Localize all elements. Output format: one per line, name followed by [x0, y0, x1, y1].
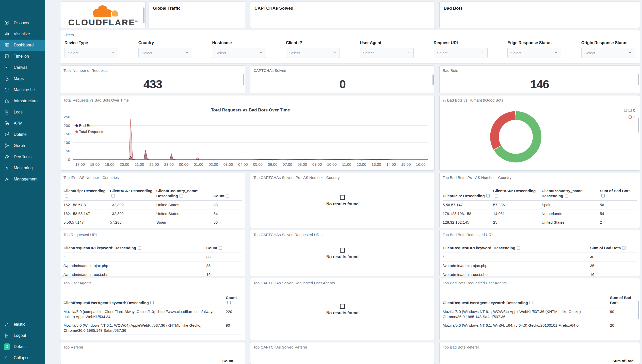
- sidebar-item-maps[interactable]: Maps: [0, 73, 45, 84]
- no-results-icon: [340, 304, 345, 309]
- column-header-label: ClientRequestURI.keyword: Descending: [63, 246, 136, 250]
- panel-scrollbar[interactable]: [638, 118, 639, 133]
- clipped-count-header[interactable]: Count: [222, 359, 233, 363]
- column-header[interactable]: ClientRequestURI.keyword: Descending: [443, 244, 590, 253]
- svg-text:200: 200: [64, 123, 70, 128]
- legend-swatch-0[interactable]: [629, 109, 632, 112]
- column-header[interactable]: ClientIP.ip: Descending: [63, 187, 110, 201]
- sidebar-item-visualize[interactable]: Visualize: [0, 28, 45, 40]
- panel-scrollbar[interactable]: [638, 301, 639, 319]
- filter-placeholder: Select...: [215, 51, 229, 55]
- sidebar-item-machine-le[interactable]: Machine Le...: [0, 84, 45, 95]
- svg-text:16:00: 16:00: [416, 162, 426, 167]
- svg-text:01:00: 01:00: [194, 162, 203, 167]
- filter-select-request-uri[interactable]: Select...: [434, 48, 488, 58]
- column-header[interactable]: ClientRequestURI.keyword: Descending: [63, 244, 206, 253]
- graph-icon: [4, 143, 10, 149]
- column-header[interactable]: ClientRequestUserAgent.keyword: Descendi…: [63, 294, 226, 307]
- filter-select-origin-response-status[interactable]: Select...: [581, 48, 635, 58]
- column-header[interactable]: ClientIP.ip: Descending: [443, 187, 493, 201]
- no-results-message: No results found: [250, 304, 435, 315]
- panel-top-requested-uri-table: Top Requested URIClientRequestURI.keywor…: [60, 230, 245, 276]
- filter-select-country[interactable]: Select...: [138, 48, 192, 58]
- sidebar-nav: DiscoverVisualizeDashboardTimelionCanvas…: [0, 17, 45, 185]
- filter-select-device-type[interactable]: Select...: [65, 48, 118, 58]
- filter-select-hostname[interactable]: Select...: [212, 48, 266, 58]
- filter-select-client-ip[interactable]: Select...: [286, 48, 340, 58]
- sidebar-item-apm[interactable]: APM: [0, 118, 45, 129]
- table-row: /40: [443, 253, 637, 261]
- panel-bad-bots-header: Bad Bots: [439, 2, 640, 28]
- sidebar-item-infrastructure[interactable]: Infrastructure: [0, 95, 45, 107]
- sidebar-item-discover[interactable]: Discover: [0, 17, 45, 28]
- svg-text:23:00: 23:00: [164, 162, 174, 167]
- legend-toggle-box[interactable]: [624, 109, 627, 112]
- table-row: 162.158.68.147132,892United States84: [63, 209, 242, 218]
- panel-scrollbar[interactable]: [638, 74, 639, 85]
- sidebar-item-logs[interactable]: Logs: [0, 107, 45, 118]
- legend-swatch-1[interactable]: [629, 115, 632, 119]
- panel-scrollbar[interactable]: [243, 74, 244, 85]
- column-header[interactable]: ClientIP.country_name: Descending: [542, 187, 600, 201]
- column-header[interactable]: ClientRequestUserAgent.keyword: Descendi…: [443, 294, 610, 307]
- metric-value: 0: [250, 77, 435, 91]
- sidebar-item-default[interactable]: DDefault: [0, 341, 45, 352]
- donut-ring[interactable]: [490, 111, 541, 162]
- panel-title: Top Bad Bots Referer: [440, 342, 640, 349]
- compass-icon: [4, 20, 10, 26]
- table-cell: 35: [590, 261, 637, 270]
- column-header[interactable]: Sum of Bad Bots: [610, 294, 637, 307]
- sidebar-item-dev-tools[interactable]: Dev Tools: [0, 151, 45, 162]
- table-cell: 90: [226, 321, 242, 335]
- sidebar-item-monitoring[interactable]: Monitoring: [0, 162, 45, 174]
- filter-select-edge-response-status[interactable]: Select...: [507, 48, 561, 58]
- filter-placeholder: Select...: [585, 51, 598, 55]
- filter-placeholder: Select...: [142, 51, 155, 55]
- sidebar-item-management[interactable]: Management: [0, 174, 45, 185]
- column-header[interactable]: Count: [213, 187, 242, 201]
- table-cell: 162.158.67.8: [63, 201, 110, 209]
- sort-filter-icon: [601, 194, 605, 197]
- table-cell: 54: [600, 209, 637, 218]
- dashboard-main: CLOUDFLARE® Global Traffic CAPTCHAs Solv…: [45, 0, 642, 364]
- sidebar-item-graph[interactable]: Graph: [0, 140, 45, 151]
- column-header-label: Count: [206, 246, 217, 250]
- sidebar-item-canvas[interactable]: Canvas: [0, 62, 45, 73]
- sidebar-item-elastic[interactable]: elastic: [0, 319, 45, 330]
- line-chart[interactable]: 05010015020025017:0018:0019:0020:0021:00…: [60, 102, 434, 171]
- logout-icon: [4, 333, 10, 339]
- column-header[interactable]: ClientASN: Descending: [493, 187, 542, 201]
- sidebar-item-timelion[interactable]: Timelion: [0, 51, 45, 62]
- legend-label[interactable]: 0: [633, 108, 635, 112]
- filter-select-user-agent[interactable]: Select...: [360, 48, 414, 58]
- panel-top-badbot-uris-table: Top Bad Bots Requested URIsClientRequest…: [439, 230, 640, 276]
- panel-title: Top Referer: [60, 342, 245, 349]
- panel-metric-captchas-solved: CAPTCHAs Solved 0: [250, 65, 435, 93]
- column-header[interactable]: Sum of Bad Bots: [600, 187, 637, 201]
- column-header[interactable]: ClientIP.country_name: Descending: [156, 187, 214, 201]
- column-header[interactable]: Sum of Bad Bots: [590, 244, 637, 253]
- registered-mark: ®: [135, 20, 138, 23]
- panel-top-captcha-uris-table: Top CAPTCHAs Solved Requested URIsNo res…: [250, 230, 435, 276]
- filter-group-country: CountrySelect...: [138, 41, 192, 58]
- table-row: 5.56.57.14757,286Spain56: [443, 201, 637, 209]
- panel-scrollbar[interactable]: [432, 74, 434, 85]
- sidebar-item-dashboard[interactable]: Dashboard: [0, 40, 45, 51]
- column-header[interactable]: Count: [226, 294, 242, 307]
- clipped-count-header[interactable]: Sum of Bad: [613, 359, 634, 363]
- svg-text:150: 150: [64, 132, 70, 136]
- sidebar-item-logout[interactable]: Logout: [0, 330, 45, 341]
- sidebar-item-collapse[interactable]: Collapse: [0, 352, 45, 363]
- sort-filter-icon: [517, 246, 520, 250]
- column-header-label: ClientRequestUserAgent.keyword: Descendi…: [63, 301, 149, 305]
- kibana-dashboard: DiscoverVisualizeDashboardTimelionCanvas…: [0, 0, 642, 364]
- column-header[interactable]: Count: [206, 244, 242, 253]
- legend-label[interactable]: 1: [633, 115, 635, 119]
- column-header[interactable]: ClientASN: Descending: [110, 187, 156, 201]
- sidebar-item-label: Monitoring: [14, 166, 33, 170]
- panel-scrollbar[interactable]: [143, 7, 145, 23]
- sidebar-item-uptime[interactable]: Uptime: [0, 129, 45, 140]
- cloudflare-cloud-icon: [84, 3, 122, 19]
- table-header-row: ClientRequestURI.keyword: DescendingSum …: [443, 244, 637, 253]
- sort-filter-icon: [486, 194, 490, 197]
